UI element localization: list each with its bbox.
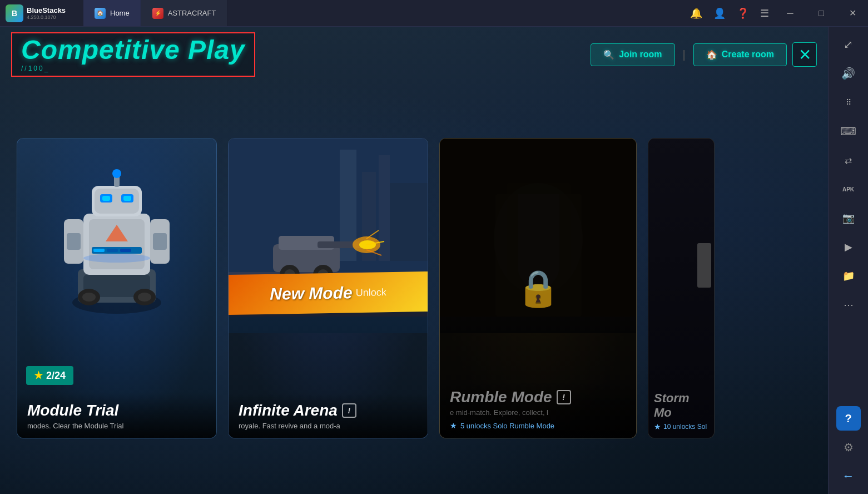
robot-svg — [33, 147, 200, 325]
card-1-bottom: Module Trial modes. Clear the Module Tri… — [17, 393, 216, 438]
star-progress-text: 2/24 — [46, 370, 66, 382]
titlebar: B BlueStacks 4.250.0.1070 🏠 Home ⚡ ASTRA… — [0, 0, 868, 27]
home-tab-label: Home — [110, 9, 130, 17]
create-room-button[interactable]: 🏠 Create room — [693, 43, 787, 66]
card-1-image — [17, 139, 216, 333]
storm-mode-card[interactable]: Storm Mo ★ 10 unlocks Sol — [648, 138, 715, 438]
game-tab-label: ASTRACRAFT — [168, 9, 216, 17]
card-3-desc: e mid-match. Explore, collect, l — [450, 408, 626, 417]
card-4-title: Storm Mo — [654, 391, 708, 420]
infinite-arena-card[interactable]: New Mode Unlock Infinite Arena ! royale.… — [228, 138, 428, 438]
home-tab-icon: 🏠 — [95, 8, 106, 19]
titlebar-controls: 🔔 👤 ❓ ☰ ─ □ ✕ — [690, 3, 868, 23]
game-tab-icon: ⚡ — [152, 8, 163, 19]
card-4-unlock: ★ 10 unlocks Sol — [654, 422, 708, 431]
user-icon[interactable]: 👤 — [713, 7, 726, 19]
video-sidebar-icon[interactable]: ▶ — [836, 235, 861, 259]
svg-rect-16 — [67, 233, 81, 250]
card-4-decoration — [697, 243, 711, 288]
storm-unlock-star-icon: ★ — [654, 422, 661, 431]
unlock-star-icon: ★ — [450, 421, 457, 430]
svg-point-26 — [83, 254, 150, 263]
settings-sidebar-icon[interactable]: ⚙ — [836, 435, 861, 460]
home-tab[interactable]: 🏠 Home — [83, 0, 141, 26]
svg-rect-17 — [153, 233, 167, 250]
new-mode-banner: New Mode Unlock — [229, 271, 428, 315]
svg-point-4 — [82, 293, 96, 302]
create-room-icon: 🏠 — [706, 50, 717, 60]
close-button[interactable]: ✕ — [792, 42, 817, 67]
svg-rect-11 — [107, 249, 118, 252]
card-4-bottom: Storm Mo ★ 10 unlocks Sol — [648, 384, 714, 438]
card-2-title: Infinite Arena ! — [239, 402, 418, 419]
page-subtitle: //100_ — [21, 65, 245, 72]
apk-sidebar-icon[interactable]: APK — [836, 177, 861, 201]
card-3-info-badge: ! — [557, 390, 571, 404]
new-mode-sub: Unlock — [356, 286, 386, 299]
card-3-unlock-text: ★ 5 unlocks Solo Rumble Mode — [450, 421, 626, 430]
create-room-label: Create room — [722, 50, 774, 60]
question-sidebar-icon[interactable]: ? — [836, 406, 861, 431]
bluestacks-logo-icon: B — [6, 4, 23, 22]
robot-visual — [17, 139, 216, 333]
card-4-unlock-label: 10 unlocks Sol — [663, 423, 707, 431]
svg-rect-31 — [390, 183, 428, 261]
star-icon: ★ — [34, 369, 43, 382]
volume-sidebar-icon[interactable]: 🔊 — [836, 61, 861, 86]
join-room-label: Join room — [619, 50, 662, 60]
card-3-unlock-label: 5 unlocks Solo Rumble Mode — [460, 422, 554, 430]
back-arrow-icon: ← — [842, 469, 855, 483]
star-progress-badge: ★ 2/24 — [26, 366, 73, 385]
bluestacks-logo: B BlueStacks 4.250.0.1070 — [0, 4, 83, 22]
card-2-desc: royale. Fast revive and a mod-a — [239, 422, 418, 430]
game-area: Competitive Play //100_ 🔍 Join room | 🏠 … — [0, 27, 828, 494]
svg-point-6 — [138, 293, 151, 302]
card-1-title: Module Trial — [27, 402, 206, 419]
svg-rect-12 — [120, 249, 131, 252]
card-2-info-badge: ! — [342, 403, 356, 418]
game-header: Competitive Play //100_ 🔍 Join room | 🏠 … — [0, 27, 828, 82]
page-title: Competitive Play — [21, 37, 245, 63]
svg-point-25 — [112, 169, 121, 178]
new-mode-text: New Mode — [270, 283, 352, 304]
maximize-button[interactable]: □ — [811, 3, 831, 23]
back-sidebar-icon[interactable]: ← — [836, 464, 861, 488]
svg-rect-22 — [102, 196, 110, 201]
more-sidebar-icon[interactable]: ⋯ — [836, 293, 861, 317]
join-room-button[interactable]: 🔍 Join room — [591, 43, 674, 66]
folder-sidebar-icon[interactable]: 📁 — [836, 264, 861, 288]
right-sidebar: ⤢ 🔊 ⠿ ⌨ ⇄ APK 📷 ▶ 📁 ⋯ ? ⚙ ← — [828, 27, 868, 494]
action-divider: | — [681, 48, 688, 61]
screenshot-sidebar-icon[interactable]: 📷 — [836, 206, 861, 230]
bluestacks-name: BlueStacks — [27, 6, 66, 14]
rumble-mode-card[interactable]: 🔒 Rumble Mode ! e mid-match. Explore, co… — [439, 138, 637, 438]
bell-icon[interactable]: 🔔 — [690, 7, 702, 19]
svg-rect-30 — [379, 155, 390, 261]
module-trial-card[interactable]: ★ 2/24 Module Trial modes. Clear the Mod… — [17, 138, 217, 438]
card-3-bottom: Rumble Mode ! e mid-match. Explore, coll… — [440, 379, 636, 438]
bluestacks-version: 4.250.0.1070 — [27, 14, 66, 20]
help-icon[interactable]: ❓ — [737, 7, 749, 19]
minimize-button[interactable]: ─ — [780, 3, 800, 23]
cards-container: ★ 2/24 Module Trial modes. Clear the Mod… — [0, 82, 828, 494]
join-room-icon: 🔍 — [603, 50, 614, 60]
card-1-desc: modes. Clear the Module Trial — [27, 422, 206, 430]
card-2-bottom: Infinite Arena ! royale. Fast revive and… — [229, 393, 428, 438]
expand-sidebar-icon[interactable]: ⤢ — [836, 32, 861, 57]
game-tab[interactable]: ⚡ ASTRACRAFT — [141, 0, 228, 26]
header-actions: 🔍 Join room | 🏠 Create room ✕ — [591, 42, 817, 67]
page-title-wrapper: Competitive Play //100_ — [11, 32, 255, 77]
keyboard-sidebar-icon[interactable]: ⌨ — [836, 119, 861, 144]
card-3-title: Rumble Mode ! — [450, 388, 626, 406]
svg-rect-10 — [93, 249, 105, 252]
camera-switch-sidebar-icon[interactable]: ⇄ — [836, 148, 861, 172]
bluestacks-logo-text: BlueStacks 4.250.0.1070 — [27, 6, 66, 20]
lock-icon: 🔒 — [516, 268, 561, 309]
menu-icon[interactable]: ☰ — [760, 7, 769, 19]
svg-rect-23 — [123, 196, 131, 201]
window-close-button[interactable]: ✕ — [842, 3, 862, 23]
grid-sidebar-icon[interactable]: ⠿ — [836, 90, 861, 115]
